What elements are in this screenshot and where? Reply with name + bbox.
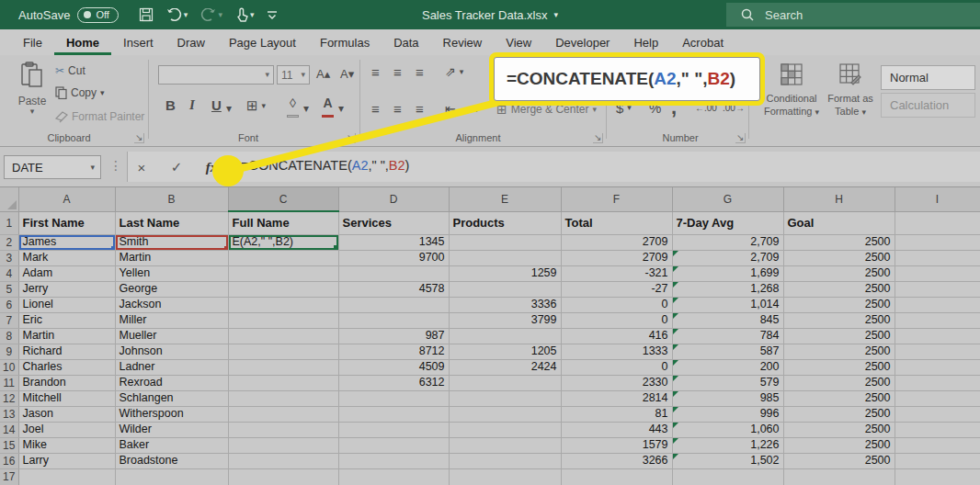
cell-A14[interactable]: Joel: [18, 422, 115, 437]
underline-button[interactable]: U: [211, 97, 222, 113]
cell-A6[interactable]: Lionel: [18, 297, 115, 312]
row-header-9[interactable]: 9: [0, 344, 18, 359]
tab-formulas[interactable]: Formulas: [308, 29, 382, 55]
cell-H9[interactable]: 2500: [783, 344, 895, 359]
autosave-toggle[interactable]: Off: [77, 7, 118, 23]
decrease-indent-button[interactable]: ⇤: [445, 101, 456, 116]
row-header-3[interactable]: 3: [0, 250, 18, 265]
cell-H8[interactable]: 2500: [783, 328, 895, 344]
merge-center-button[interactable]: ⊞ Merge & Center ▾: [496, 102, 597, 117]
cell-C4[interactable]: [228, 265, 338, 281]
cell-B7[interactable]: Miller: [115, 312, 228, 328]
cell-I14[interactable]: [895, 422, 980, 437]
cell-E14[interactable]: [449, 422, 561, 437]
cell-A10[interactable]: Charles: [18, 359, 115, 375]
cell-G10[interactable]: 200: [672, 359, 783, 375]
cell-E6[interactable]: 3336: [449, 297, 561, 312]
name-box[interactable]: DATE ▾: [4, 155, 101, 179]
cell-F15[interactable]: 1579: [561, 437, 672, 453]
cell-B1[interactable]: Last Name: [115, 211, 228, 234]
cell-G13[interactable]: 996: [672, 406, 783, 422]
cell-B8[interactable]: Mueller: [115, 328, 228, 344]
row-header-4[interactable]: 4: [0, 265, 18, 281]
cell-D11[interactable]: 6312: [338, 375, 449, 390]
cell-C17[interactable]: [228, 468, 338, 485]
cell-C10[interactable]: [228, 359, 338, 375]
row-header-8[interactable]: 8: [0, 328, 18, 344]
cell-I17[interactable]: [895, 468, 980, 485]
formula-bar-grip[interactable]: ⋮: [109, 158, 122, 173]
cell-F16[interactable]: 3266: [561, 453, 672, 468]
cell-H12[interactable]: 2500: [783, 390, 895, 406]
cell-E13[interactable]: [449, 406, 561, 422]
enter-button[interactable]: ✓: [164, 156, 189, 178]
align-bottom-button[interactable]: ≡: [416, 64, 424, 80]
column-header-H[interactable]: H: [783, 187, 895, 211]
row-header-16[interactable]: 16: [0, 453, 18, 468]
cell-D10[interactable]: 4509: [338, 359, 449, 375]
cell-F5[interactable]: -27: [561, 281, 672, 297]
cell-F13[interactable]: 81: [561, 406, 672, 422]
cell-A9[interactable]: Richard: [18, 344, 115, 359]
cell-D4[interactable]: [338, 265, 449, 281]
cell-I10[interactable]: [895, 359, 980, 375]
cell-A12[interactable]: Mitchell: [18, 390, 115, 406]
cell-H15[interactable]: 2500: [783, 437, 895, 453]
cell-H11[interactable]: 2500: [783, 375, 895, 390]
cell-E2[interactable]: [449, 234, 561, 250]
cell-I12[interactable]: [895, 390, 980, 406]
cell-G14[interactable]: 1,060: [672, 422, 783, 437]
decrease-font-button[interactable]: A▾: [340, 67, 354, 81]
cell-G4[interactable]: 1,699: [672, 265, 783, 281]
row-header-1[interactable]: 1: [0, 211, 18, 234]
cell-F14[interactable]: 443: [561, 422, 672, 437]
cell-G15[interactable]: 1,226: [672, 437, 783, 453]
cell-C15[interactable]: [228, 437, 338, 453]
format-as-table-button[interactable]: Format as Table ▾: [824, 63, 877, 118]
tab-home[interactable]: Home: [54, 29, 111, 55]
cell-G7[interactable]: 845: [672, 312, 783, 328]
row-header-12[interactable]: 12: [0, 390, 18, 406]
fill-color-chevron[interactable]: ▾: [303, 103, 309, 114]
cell-A17[interactable]: [18, 468, 115, 485]
cell-I3[interactable]: [895, 250, 980, 265]
number-dialog-launcher[interactable]: ↘: [735, 133, 746, 143]
cell-E5[interactable]: [449, 281, 561, 297]
cell-F12[interactable]: 2814: [561, 390, 672, 406]
tab-view[interactable]: View: [494, 29, 543, 55]
cell-H7[interactable]: 2500: [783, 312, 895, 328]
cell-H16[interactable]: 2500: [783, 453, 895, 468]
document-title[interactable]: Sales Tracker Data.xlsx ▾: [422, 0, 558, 29]
select-all-button[interactable]: [0, 187, 18, 211]
cell-A5[interactable]: Jerry: [18, 281, 115, 297]
cell-F10[interactable]: 0: [561, 359, 672, 375]
row-header-2[interactable]: 2: [0, 234, 18, 250]
cell-G1[interactable]: 7-Day Avg: [672, 211, 783, 234]
cell-D12[interactable]: [338, 390, 449, 406]
cell-B13[interactable]: Witherspoon: [115, 406, 228, 422]
touch-mode-chevron[interactable]: ▾: [250, 11, 255, 19]
cell-F2[interactable]: 2709: [561, 234, 672, 250]
cell-B4[interactable]: Yellen: [115, 265, 228, 281]
cell-C16[interactable]: [228, 453, 338, 468]
align-center-button[interactable]: ≡: [393, 101, 402, 117]
cell-G16[interactable]: 1,502: [672, 453, 783, 468]
cell-C14[interactable]: [228, 422, 338, 437]
cell-C3[interactable]: [228, 250, 338, 265]
cell-I16[interactable]: [895, 453, 980, 468]
cell-G17[interactable]: [672, 468, 783, 485]
cell-B5[interactable]: George: [115, 281, 228, 297]
cell-D13[interactable]: [338, 406, 449, 422]
customize-qat-button[interactable]: [267, 9, 278, 20]
cell-H3[interactable]: 2500: [783, 250, 895, 265]
cell-D6[interactable]: [338, 297, 449, 312]
cell-H13[interactable]: 2500: [783, 406, 895, 422]
cell-D14[interactable]: [338, 422, 449, 437]
cell-D17[interactable]: [338, 468, 449, 485]
cell-B12[interactable]: Schlangen: [115, 390, 228, 406]
cell-E10[interactable]: 2424: [449, 359, 561, 375]
cell-E16[interactable]: [449, 453, 561, 468]
cell-A3[interactable]: Mark: [18, 250, 115, 265]
align-left-button[interactable]: ≡: [371, 101, 380, 117]
cell-H2[interactable]: 2500: [783, 234, 895, 250]
